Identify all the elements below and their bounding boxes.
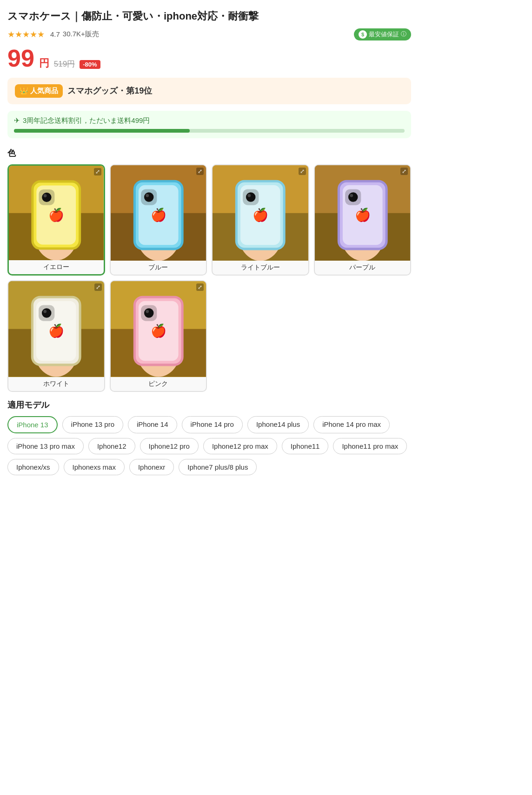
model-section-title: 適用モデル bbox=[7, 399, 411, 411]
color-grid-row1: 🍎 ⤢ イエロー 🍎 bbox=[7, 164, 411, 276]
sales-count: 30.7K+販売 bbox=[63, 30, 99, 39]
model-tag[interactable]: Iphonex/xs bbox=[7, 459, 59, 475]
svg-point-7 bbox=[42, 192, 51, 202]
svg-point-25 bbox=[246, 192, 256, 202]
model-tag[interactable]: Iphone12 pro bbox=[140, 438, 199, 454]
color-option-white[interactable]: 🍎 ⤢ ホワイト bbox=[7, 280, 105, 392]
discount-badge: -80% bbox=[80, 60, 100, 69]
color-option-purple[interactable]: 🍎 ⤢ パープル bbox=[314, 164, 412, 276]
color-section: 色 🍎 bbox=[7, 148, 411, 392]
svg-point-52 bbox=[144, 309, 153, 318]
model-tag[interactable]: iPhone 14 bbox=[128, 416, 177, 433]
shipping-progress-fill bbox=[14, 129, 190, 133]
svg-point-34 bbox=[348, 192, 358, 202]
model-tag[interactable]: iPhone 13 pro max bbox=[7, 438, 84, 454]
current-price: 99 bbox=[7, 46, 34, 70]
color-label-blue: ブルー bbox=[111, 261, 206, 275]
svg-text:🍎: 🍎 bbox=[150, 323, 166, 339]
color-label-lightblue: ライトブルー bbox=[213, 261, 308, 275]
color-grid-row2: 🍎 ⤢ ホワイト 🍎 bbox=[7, 280, 411, 392]
svg-text:🍎: 🍎 bbox=[253, 207, 269, 222]
lowest-price-badge: $ 最安値保証 ⓘ bbox=[354, 28, 411, 40]
svg-text:🍎: 🍎 bbox=[150, 207, 166, 222]
color-label-yellow: イエロー bbox=[9, 260, 104, 274]
color-label-white: ホワイト bbox=[8, 377, 104, 391]
expand-icon: ⤢ bbox=[400, 168, 408, 175]
svg-point-35 bbox=[350, 194, 353, 197]
product-title: スマホケース｜傷防止・可愛い・iphone対応・耐衝撃 bbox=[7, 9, 411, 24]
svg-point-8 bbox=[44, 194, 47, 197]
model-tag[interactable]: Iphone12 bbox=[88, 438, 135, 454]
svg-point-43 bbox=[42, 309, 52, 318]
color-option-blue[interactable]: 🍎 ⤢ ブルー bbox=[110, 164, 207, 276]
star-icons: ★★★★★ bbox=[7, 29, 45, 40]
shipping-text: ✈ 3周年記念送料割引，ただいま送料499円 bbox=[14, 116, 405, 125]
expand-icon: ⤢ bbox=[94, 168, 101, 175]
expand-icon: ⤢ bbox=[196, 168, 204, 175]
shipping-icon: ✈ bbox=[14, 116, 20, 125]
model-section: 適用モデル iPhone 13iPhone 13 proiPhone 14iPh… bbox=[7, 399, 411, 475]
shipping-progress-bar bbox=[14, 129, 405, 133]
svg-text:🍎: 🍎 bbox=[48, 323, 65, 339]
model-tag[interactable]: Iphonexr bbox=[129, 459, 174, 475]
model-tags: iPhone 13iPhone 13 proiPhone 14iPhone 14… bbox=[7, 416, 411, 475]
expand-icon: ⤢ bbox=[196, 283, 204, 291]
shipping-banner: ✈ 3周年記念送料割引，ただいま送料499円 bbox=[7, 111, 411, 138]
color-section-title: 色 bbox=[7, 148, 411, 159]
price-unit: 円 bbox=[39, 56, 49, 70]
model-tag[interactable]: iPhone 13 bbox=[7, 416, 58, 433]
color-option-pink[interactable]: 🍎 ⤢ ピンク bbox=[110, 280, 207, 392]
model-tag[interactable]: Iphone11 pro max bbox=[333, 438, 407, 454]
svg-point-17 bbox=[146, 194, 149, 197]
price-row: 99 円 519円 -80% bbox=[7, 46, 411, 70]
model-tag[interactable]: Iphone14 plus bbox=[247, 416, 309, 433]
popular-rank: スマホグッズ・第19位 bbox=[67, 85, 152, 96]
popular-badge: 👑 人気商品 bbox=[15, 84, 63, 98]
color-label-pink: ピンク bbox=[111, 377, 206, 391]
rating-count: 4.7 bbox=[50, 30, 60, 38]
model-tag[interactable]: iPhone 14 pro bbox=[182, 416, 243, 433]
model-tag[interactable]: Iphone11 bbox=[282, 438, 329, 454]
svg-text:🍎: 🍎 bbox=[354, 207, 371, 222]
svg-point-53 bbox=[146, 310, 149, 313]
original-price: 519円 bbox=[54, 59, 75, 69]
color-option-yellow[interactable]: 🍎 ⤢ イエロー bbox=[7, 164, 105, 276]
svg-point-26 bbox=[247, 194, 251, 197]
expand-icon: ⤢ bbox=[299, 168, 306, 175]
model-tag[interactable]: Iphone7 plus/8 plus bbox=[179, 459, 257, 475]
expand-icon: ⤢ bbox=[94, 283, 102, 291]
popular-banner: 👑 人気商品 スマホグッズ・第19位 bbox=[7, 78, 411, 104]
svg-point-16 bbox=[144, 192, 153, 202]
model-tag[interactable]: Iphonexs max bbox=[64, 459, 125, 475]
svg-text:🍎: 🍎 bbox=[48, 207, 64, 222]
svg-point-44 bbox=[43, 310, 47, 313]
color-option-lightblue[interactable]: 🍎 ⤢ ライトブルー bbox=[212, 164, 309, 276]
model-tag[interactable]: iPhone 13 pro bbox=[62, 416, 123, 433]
color-label-purple: パープル bbox=[315, 261, 411, 275]
model-tag[interactable]: iPhone 14 pro max bbox=[313, 416, 390, 433]
rating-row: ★★★★★ 4.7 30.7K+販売 $ 最安値保証 ⓘ bbox=[7, 28, 411, 40]
model-tag[interactable]: Iphone12 pro max bbox=[203, 438, 277, 454]
